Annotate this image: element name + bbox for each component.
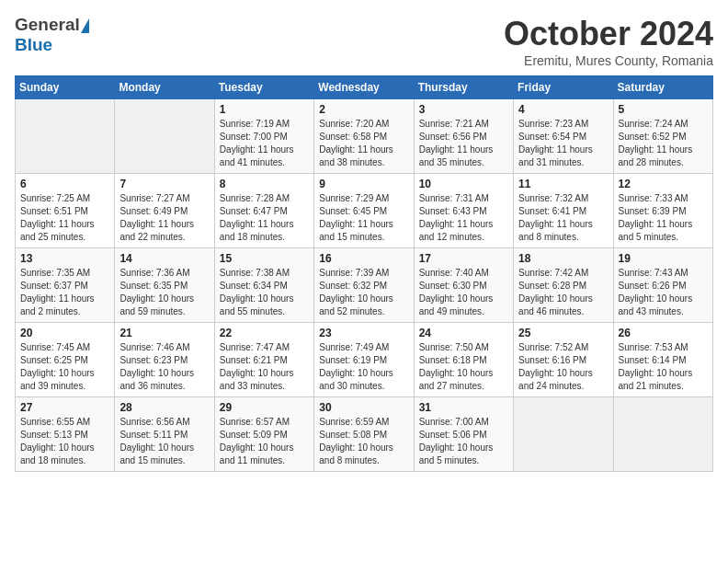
day-number: 22 [220, 327, 309, 339]
day-number: 2 [319, 103, 408, 116]
day-info: Sunrise: 7:52 AMSunset: 6:16 PMDaylight:… [518, 341, 608, 393]
day-info: Sunrise: 7:45 AMSunset: 6:25 PMDaylight:… [20, 341, 109, 393]
day-info: Sunrise: 7:25 AMSunset: 6:51 PMDaylight:… [20, 192, 109, 244]
day-info: Sunrise: 7:32 AMSunset: 6:41 PMDaylight:… [518, 192, 608, 244]
calendar-cell: 9Sunrise: 7:29 AMSunset: 6:45 PMDaylight… [314, 174, 414, 248]
calendar-cell: 29Sunrise: 6:57 AMSunset: 5:09 PMDayligh… [214, 397, 313, 472]
logo-blue: Blue [15, 35, 52, 55]
day-number: 13 [20, 252, 109, 265]
day-info: Sunrise: 7:21 AMSunset: 6:56 PMDaylight:… [419, 118, 508, 169]
calendar-cell: 27Sunrise: 6:55 AMSunset: 5:13 PMDayligh… [16, 397, 115, 472]
day-number: 21 [119, 327, 209, 339]
day-number: 16 [319, 252, 408, 265]
weekday-header-friday: Friday [514, 76, 613, 99]
day-info: Sunrise: 7:23 AMSunset: 6:54 PMDaylight:… [518, 118, 608, 169]
day-number: 3 [419, 103, 508, 116]
calendar-cell: 11Sunrise: 7:32 AMSunset: 6:41 PMDayligh… [514, 174, 613, 248]
calendar-cell: 6Sunrise: 7:25 AMSunset: 6:51 PMDaylight… [16, 174, 115, 248]
calendar-header: SundayMondayTuesdayWednesdayThursdayFrid… [16, 76, 713, 99]
day-number: 27 [20, 401, 109, 414]
day-info: Sunrise: 7:36 AMSunset: 6:35 PMDaylight:… [119, 267, 209, 318]
day-info: Sunrise: 7:40 AMSunset: 6:30 PMDaylight:… [419, 267, 508, 318]
calendar-week-4: 27Sunrise: 6:55 AMSunset: 5:13 PMDayligh… [16, 397, 713, 472]
calendar-cell: 23Sunrise: 7:49 AMSunset: 6:19 PMDayligh… [314, 323, 414, 397]
day-info: Sunrise: 6:56 AMSunset: 5:11 PMDaylight:… [119, 416, 209, 467]
day-number: 7 [119, 178, 209, 190]
day-number: 9 [319, 178, 408, 190]
calendar-cell [115, 99, 214, 174]
calendar-cell: 31Sunrise: 7:00 AMSunset: 5:06 PMDayligh… [414, 397, 513, 472]
day-number: 8 [220, 178, 309, 190]
logo-general: General [15, 15, 80, 35]
calendar-cell: 15Sunrise: 7:38 AMSunset: 6:34 PMDayligh… [214, 248, 313, 323]
calendar-cell: 24Sunrise: 7:50 AMSunset: 6:18 PMDayligh… [414, 323, 513, 397]
day-number: 18 [518, 252, 608, 265]
weekday-header-thursday: Thursday [414, 76, 513, 99]
weekday-header-row: SundayMondayTuesdayWednesdayThursdayFrid… [16, 76, 713, 99]
calendar-cell [16, 99, 115, 174]
day-info: Sunrise: 7:24 AMSunset: 6:52 PMDaylight:… [619, 118, 708, 169]
day-info: Sunrise: 7:38 AMSunset: 6:34 PMDaylight:… [220, 267, 309, 318]
calendar-week-1: 6Sunrise: 7:25 AMSunset: 6:51 PMDaylight… [16, 174, 713, 248]
day-number: 31 [419, 401, 508, 414]
calendar-cell [613, 397, 712, 472]
calendar-cell: 2Sunrise: 7:20 AMSunset: 6:58 PMDaylight… [314, 99, 414, 174]
day-number: 29 [220, 401, 309, 414]
calendar-cell: 1Sunrise: 7:19 AMSunset: 7:00 PMDaylight… [214, 99, 313, 174]
calendar-cell: 14Sunrise: 7:36 AMSunset: 6:35 PMDayligh… [115, 248, 214, 323]
day-info: Sunrise: 7:47 AMSunset: 6:21 PMDaylight:… [220, 341, 309, 393]
weekday-header-saturday: Saturday [613, 76, 712, 99]
calendar-cell: 25Sunrise: 7:52 AMSunset: 6:16 PMDayligh… [514, 323, 613, 397]
weekday-header-wednesday: Wednesday [314, 76, 414, 99]
calendar-cell: 17Sunrise: 7:40 AMSunset: 6:30 PMDayligh… [414, 248, 513, 323]
calendar-cell: 16Sunrise: 7:39 AMSunset: 6:32 PMDayligh… [314, 248, 414, 323]
day-info: Sunrise: 7:28 AMSunset: 6:47 PMDaylight:… [220, 192, 309, 244]
day-number: 19 [619, 252, 708, 265]
day-number: 25 [518, 327, 608, 339]
day-number: 12 [619, 178, 708, 190]
calendar-cell: 19Sunrise: 7:43 AMSunset: 6:26 PMDayligh… [613, 248, 712, 323]
day-number: 17 [419, 252, 508, 265]
weekday-header-sunday: Sunday [16, 76, 115, 99]
day-info: Sunrise: 7:00 AMSunset: 5:06 PMDaylight:… [419, 416, 508, 467]
weekday-header-monday: Monday [115, 76, 214, 99]
day-info: Sunrise: 7:53 AMSunset: 6:14 PMDaylight:… [619, 341, 708, 393]
calendar-cell: 13Sunrise: 7:35 AMSunset: 6:37 PMDayligh… [16, 248, 115, 323]
calendar-cell: 28Sunrise: 6:56 AMSunset: 5:11 PMDayligh… [115, 397, 214, 472]
calendar-cell: 22Sunrise: 7:47 AMSunset: 6:21 PMDayligh… [214, 323, 313, 397]
calendar-cell: 18Sunrise: 7:42 AMSunset: 6:28 PMDayligh… [514, 248, 613, 323]
day-info: Sunrise: 7:39 AMSunset: 6:32 PMDaylight:… [319, 267, 408, 318]
weekday-header-tuesday: Tuesday [214, 76, 313, 99]
day-number: 26 [619, 327, 708, 339]
calendar-cell: 12Sunrise: 7:33 AMSunset: 6:39 PMDayligh… [613, 174, 712, 248]
day-info: Sunrise: 6:55 AMSunset: 5:13 PMDaylight:… [20, 416, 109, 467]
calendar-cell: 7Sunrise: 7:27 AMSunset: 6:49 PMDaylight… [115, 174, 214, 248]
calendar-cell: 21Sunrise: 7:46 AMSunset: 6:23 PMDayligh… [115, 323, 214, 397]
calendar-cell: 20Sunrise: 7:45 AMSunset: 6:25 PMDayligh… [16, 323, 115, 397]
day-number: 20 [20, 327, 109, 339]
day-info: Sunrise: 7:33 AMSunset: 6:39 PMDaylight:… [619, 192, 708, 244]
month-title: October 2024 [504, 15, 713, 53]
day-number: 5 [619, 103, 708, 116]
logo: General Blue [15, 15, 89, 55]
calendar-table: SundayMondayTuesdayWednesdayThursdayFrid… [15, 75, 713, 472]
day-number: 24 [419, 327, 508, 339]
calendar-cell: 30Sunrise: 6:59 AMSunset: 5:08 PMDayligh… [314, 397, 414, 472]
day-info: Sunrise: 7:29 AMSunset: 6:45 PMDaylight:… [319, 192, 408, 244]
day-number: 14 [119, 252, 209, 265]
day-info: Sunrise: 7:19 AMSunset: 7:00 PMDaylight:… [220, 118, 309, 169]
calendar-week-3: 20Sunrise: 7:45 AMSunset: 6:25 PMDayligh… [16, 323, 713, 397]
calendar-week-0: 1Sunrise: 7:19 AMSunset: 7:00 PMDaylight… [16, 99, 713, 174]
calendar-cell: 8Sunrise: 7:28 AMSunset: 6:47 PMDaylight… [214, 174, 313, 248]
day-info: Sunrise: 7:20 AMSunset: 6:58 PMDaylight:… [319, 118, 408, 169]
day-info: Sunrise: 7:49 AMSunset: 6:19 PMDaylight:… [319, 341, 408, 393]
day-info: Sunrise: 7:31 AMSunset: 6:43 PMDaylight:… [419, 192, 508, 244]
day-number: 23 [319, 327, 408, 339]
calendar-week-2: 13Sunrise: 7:35 AMSunset: 6:37 PMDayligh… [16, 248, 713, 323]
day-info: Sunrise: 7:46 AMSunset: 6:23 PMDaylight:… [119, 341, 209, 393]
day-number: 11 [518, 178, 608, 190]
calendar-cell: 4Sunrise: 7:23 AMSunset: 6:54 PMDaylight… [514, 99, 613, 174]
day-number: 30 [319, 401, 408, 414]
location-subtitle: Eremitu, Mures County, Romania [504, 53, 713, 68]
day-info: Sunrise: 7:35 AMSunset: 6:37 PMDaylight:… [20, 267, 109, 318]
